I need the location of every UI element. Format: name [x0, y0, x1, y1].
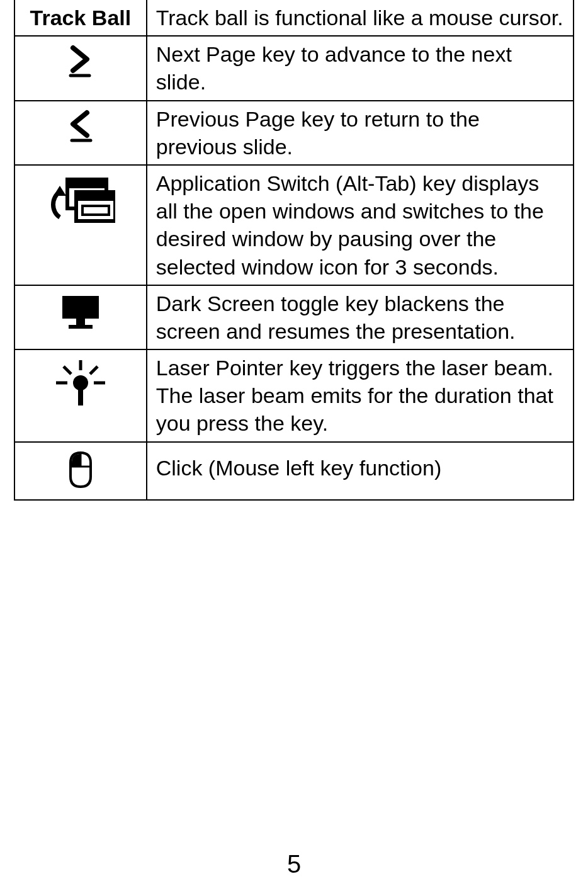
- svg-rect-3: [67, 179, 106, 188]
- trackball-desc: Track ball is functional like a mouse cu…: [156, 6, 563, 30]
- row-desc-cell: Next Page key to advance to the next sli…: [147, 36, 574, 100]
- laser-pointer-desc: Laser Pointer key triggers the laser bea…: [156, 356, 553, 435]
- table-row: Next Page key to advance to the next sli…: [14, 36, 574, 100]
- svg-line-13: [90, 366, 98, 374]
- next-page-desc: Next Page key to advance to the next sli…: [156, 42, 512, 94]
- table-row: Dark Screen toggle key blackens the scre…: [14, 285, 574, 349]
- row-desc-cell: Laser Pointer key triggers the laser bea…: [147, 349, 574, 442]
- dark-screen-desc: Dark Screen toggle key blackens the scre…: [156, 292, 516, 343]
- row-desc-cell: Dark Screen toggle key blackens the scre…: [147, 285, 574, 349]
- mouse-click-icon: [24, 446, 137, 489]
- svg-rect-9: [76, 319, 85, 325]
- svg-rect-10: [69, 325, 93, 329]
- row-desc-cell: Application Switch (Alt-Tab) key display…: [147, 165, 574, 285]
- row-label-cell: [14, 36, 147, 100]
- table-row: Click (Mouse left key function): [14, 442, 574, 500]
- row-label-cell: [14, 442, 147, 500]
- row-label-cell: [14, 165, 147, 285]
- table-row: Application Switch (Alt-Tab) key display…: [14, 165, 574, 285]
- row-desc-cell: Previous Page key to return to the previ…: [147, 101, 574, 165]
- row-label-cell: Track Ball: [14, 0, 147, 36]
- table-row: Track Ball Track ball is functional like…: [14, 0, 574, 36]
- table-row: Laser Pointer key triggers the laser bea…: [14, 349, 574, 442]
- svg-rect-5: [76, 192, 115, 201]
- dark-screen-icon: [24, 290, 137, 331]
- svg-rect-17: [78, 389, 83, 405]
- laser-pointer-icon: [24, 354, 137, 408]
- row-desc-cell: Track ball is functional like a mouse cu…: [147, 0, 574, 36]
- row-label-cell: [14, 101, 147, 165]
- trackball-label: Track Ball: [30, 6, 132, 30]
- app-switch-icon: [24, 169, 137, 232]
- svg-line-12: [64, 366, 71, 374]
- svg-point-16: [73, 375, 88, 390]
- function-table: Track Ball Track ball is functional like…: [14, 0, 574, 501]
- row-label-cell: [14, 349, 147, 442]
- page-number: 5: [0, 850, 588, 878]
- row-label-cell: [14, 285, 147, 349]
- svg-marker-7: [54, 186, 66, 196]
- prev-page-desc: Previous Page key to return to the previ…: [156, 107, 480, 159]
- prev-page-icon: [24, 105, 137, 144]
- table-row: Previous Page key to return to the previ…: [14, 101, 574, 165]
- row-desc-cell: Click (Mouse left key function): [147, 442, 574, 500]
- mouse-click-desc: Click (Mouse left key function): [156, 456, 442, 480]
- svg-rect-8: [62, 296, 99, 319]
- app-switch-desc: Application Switch (Alt-Tab) key display…: [156, 171, 544, 279]
- next-page-icon: [24, 40, 137, 79]
